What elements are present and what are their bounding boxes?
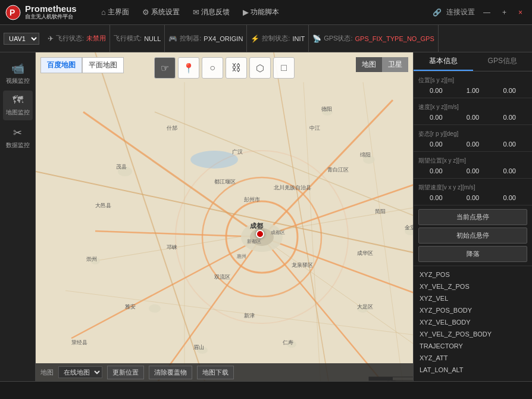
svg-text:雅安: 雅安 [125,304,136,310]
list-item-xyz-att[interactable]: XYZ_ATT [414,352,532,364]
list-item-lat-lon-alt[interactable]: LAT_LON_ALT [414,364,532,376]
nav: ⌂ 主界面 ⚙ 系统设置 ✉ 消息反馈 ▶ 功能脚本 [95,4,433,21]
nav-scripts[interactable]: ▶ 功能脚本 [237,4,285,21]
svg-text:崇州: 崇州 [86,256,97,262]
tab-gps-info[interactable]: GPS信息 [473,52,533,71]
list-item-trajectory[interactable]: TRAJECTORY [414,340,532,352]
map-source-select[interactable]: 在线地图 [58,366,102,378]
link-icon: 🔗 [433,8,442,17]
velocity-title: 速度[x y z][m/s] [418,101,527,113]
tool-rect[interactable]: □ [273,57,295,79]
att-p: 0.00 [455,141,491,148]
desired-pos-values: 0.00 0.00 0.00 [418,166,527,176]
tool-cursor[interactable]: ☞ [154,57,176,79]
logo-icon: P [5,4,21,21]
tool-pin[interactable]: 📍 [178,57,199,79]
nav-feedback[interactable]: ✉ 消息反馈 [187,4,236,21]
current-hover-button[interactable]: 当前点悬停 [418,209,527,225]
gps-status-group: 📡 GPS状态: GPS_FIX_TYPE_NO_GPS [309,25,439,52]
tool-polygon[interactable]: ⬡ [249,57,271,79]
svg-point-31 [149,304,161,313]
desired-vel-title: 期望速度[v x y z][m/s] [418,181,527,193]
feedback-icon: ✉ [193,8,199,17]
svg-rect-2 [36,52,413,381]
clear-overlay-button[interactable]: 清除覆盖物 [149,366,192,379]
map-type-map[interactable]: 地图 [356,57,382,72]
download-map-button[interactable]: 地图下载 [197,366,234,379]
gps-icon: 📡 [312,35,321,43]
maximize-button[interactable]: + [499,7,510,18]
list-item-xyz-vel[interactable]: XYZ_VEL [414,292,532,304]
app-subtitle: 自主无人机软件平台 [25,14,77,20]
home-icon: ⌂ [101,8,106,17]
svg-text:P: P [10,8,15,17]
action-buttons: 当前点悬停 初始点悬停 降落 [414,205,532,266]
bottom-statusbar [0,381,532,399]
list-item-xyz-pos-body[interactable]: XYZ_POS_BODY [414,304,532,316]
dpos-x: 0.00 [418,167,454,174]
map-tab-baidu[interactable]: 百度地图 [40,57,82,73]
land-button[interactable]: 降落 [418,246,527,262]
map-tab-flat[interactable]: 平面地图 [82,57,124,73]
data-icon: ✂ [13,126,22,139]
svg-text:中江: 中江 [309,125,320,131]
velocity-values: 0.00 0.00 0.00 [418,113,527,122]
data-list: XYZ_POS XY_VEL_Z_POS XYZ_VEL XYZ_POS_BOD… [414,266,532,381]
flight-mode-value: NULL [144,35,161,42]
list-item-xyz-pos[interactable]: XYZ_POS [414,269,532,280]
velocity-section: 速度[x y z][m/s] 0.00 0.00 0.00 [414,98,532,125]
dpos-z: 0.00 [492,167,527,174]
uav-selector[interactable]: UAV1 [4,33,39,45]
svg-text:彭州市: 彭州市 [244,197,260,202]
connect-settings-label[interactable]: 连接设置 [446,7,475,17]
desired-vel-values: 0.00 0.00 0.00 [418,193,527,202]
svg-text:广汉: 广汉 [232,149,243,155]
top-right-controls: 🔗 连接设置 — + × [433,7,532,18]
tab-basic-info[interactable]: 基本信息 [414,52,473,71]
list-item-xy-vel-z-pos[interactable]: XY_VEL_Z_POS [414,280,532,292]
svg-text:北川羌族自治县: 北川羌族自治县 [274,185,311,191]
nav-settings[interactable]: ⚙ 系统设置 [136,4,186,21]
origin-hover-button[interactable]: 初始点悬停 [418,227,527,244]
controller-value: PX4_ORIGIN [204,35,243,42]
pos-y: 1.00 [455,87,491,94]
nav-home[interactable]: ⌂ 主界面 [95,4,135,21]
minimize-button[interactable]: — [480,7,494,18]
tool-circle[interactable]: ○ [202,57,223,79]
app-title: Prometheus [25,4,77,14]
svg-text:绵阳: 绵阳 [360,152,371,158]
svg-text:茂县: 茂县 [116,164,127,170]
sidebar-item-video[interactable]: 📹 视频监控 [3,58,33,88]
right-panel: 基本信息 GPS信息 位置[s y z][m] 0.00 1.00 0.00 速… [413,52,532,381]
uav-location-marker [256,230,264,238]
update-position-button[interactable]: 更新位置 [107,366,144,379]
svg-text:德阳: 德阳 [321,106,332,112]
left-sidebar: 📹 视频监控 🗺 地图监控 ✂ 数据监控 [0,52,36,381]
sidebar-item-map[interactable]: 🗺 地图监控 [3,91,33,120]
control-status-group: ⚡ 控制状态: INIT [247,25,309,52]
sidebar-video-label: 视频监控 [6,77,30,85]
desired-pos-title: 期望位置[x y z][m] [418,154,527,166]
list-item-xy-vel-z-pos-body[interactable]: XY_VEL_Z_POS_BODY [414,328,532,340]
controller-label: 控制器: [180,34,201,43]
list-item-xyz-vel-body[interactable]: XYZ_VEL_BODY [414,316,532,328]
sidebar-item-data[interactable]: ✂ 数据监控 [3,123,33,152]
att-y: 0.00 [492,141,527,148]
desired-vel-section: 期望速度[v x y z][m/s] 0.00 0.00 0.00 [414,179,532,205]
map-container[interactable]: 25 公里 成都 茂县 绵阳 金堂区 大足区 崇州 德阳 眉山 仁寿 雅安 荥经… [36,52,413,381]
map-type-selector: 地图 卫星 [356,57,408,72]
svg-text:新津: 新津 [244,313,255,319]
map-svg: 25 公里 成都 茂县 绵阳 金堂区 大足区 崇州 德阳 眉山 仁寿 雅安 荥经… [36,52,413,381]
map-background: 25 公里 成都 茂县 绵阳 金堂区 大足区 崇州 德阳 眉山 仁寿 雅安 荥经… [36,52,413,381]
control-icon: ⚡ [251,35,259,43]
svg-text:眉山: 眉山 [193,344,204,350]
flight-status-group: ✈ 飞行状态: 未禁用 [44,25,110,52]
vel-y: 0.00 [455,114,491,121]
svg-text:简阳: 简阳 [375,208,386,214]
close-button[interactable]: × [515,7,526,18]
svg-text:大足区: 大足区 [357,304,373,310]
tool-route[interactable]: ⛓ [226,57,247,79]
control-status-value: INIT [292,35,305,42]
map-type-satellite[interactable]: 卫星 [382,57,408,72]
flight-mode-label: 飞行模式: [114,34,142,43]
